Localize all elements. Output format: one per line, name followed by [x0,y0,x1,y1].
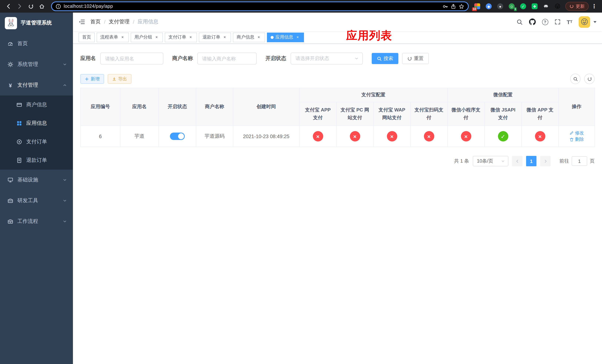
close-icon[interactable]: × [222,35,227,40]
extension-blocker-icon[interactable]: 10 [473,2,481,10]
sidebar-item-system[interactable]: 系统管理 [0,54,73,75]
search-button[interactable]: 搜索 [372,53,398,64]
tab-pay-order[interactable]: 支付订单 × [165,32,197,42]
sidebar-item-label: 支付订单 [26,139,47,145]
app-grid-icon [16,120,22,126]
arrow-left-icon [6,3,11,9]
help-icon[interactable]: ? [542,19,548,25]
close-icon[interactable]: × [256,35,261,40]
home-icon [39,3,45,9]
browser-home-button[interactable] [37,1,47,11]
tab-merchant-info[interactable]: 商户信息 × [233,32,265,42]
avatar-caret-icon[interactable] [593,21,596,23]
sidebar-item-pay-order[interactable]: 支付订单 [0,133,73,151]
site-info-icon[interactable] [55,3,61,9]
wechat-jsapi-status-icon: ✓ [498,131,508,141]
browser-menu-icon[interactable]: ⋮ [590,3,598,10]
alipay-app-status-icon: × [313,131,323,141]
font-size-icon[interactable]: TT [567,19,572,25]
tab-app-info[interactable]: 应用信息 × [267,32,304,42]
extension-dark-icon[interactable]: ● [496,2,504,10]
extension-wechat-icon[interactable]: ❖ [531,2,539,10]
extension-blue-icon[interactable]: ◆ [485,2,493,10]
close-icon[interactable]: × [295,35,300,40]
alipay-wap-status-icon: × [387,131,397,141]
page-number-button[interactable]: 1 [526,156,537,166]
enabled-toggle[interactable] [170,133,185,140]
status-select[interactable]: 请选择开启状态 [291,53,363,64]
cell-app-name: 芋道 [120,126,159,147]
export-button[interactable]: 导出 [108,74,131,84]
sidebar-item-merchant-info[interactable]: 商户信息 [0,96,73,114]
extension-avatar-icon[interactable]: ☺ 1 [508,2,516,10]
fullscreen-icon[interactable] [554,19,560,25]
profile-avatar-icon[interactable]: 😜 [553,2,562,10]
sidebar-item-label: 商户信息 [26,101,47,108]
bookmark-star-icon[interactable] [459,3,464,9]
close-icon[interactable]: × [120,35,125,40]
goto-label: 前往 [559,158,569,164]
sidebar-item-app-info[interactable]: 应用信息 [0,114,73,133]
share-icon[interactable] [451,3,456,9]
browser-reload-button[interactable] [26,1,35,11]
close-icon[interactable]: × [188,35,193,40]
cell-alipay-app: × [299,126,336,147]
password-key-icon[interactable] [442,3,448,9]
extensions-puzzle-icon[interactable] [542,2,550,10]
sidebar-item-infra[interactable]: 基础设施 [0,170,73,190]
chevron-down-icon [63,178,67,182]
cell-alipay-qr: × [410,126,447,147]
extension-badge-small: 1 [514,7,517,11]
sidebar-item-workflow[interactable]: 工作流程 [0,211,73,232]
search-icon[interactable] [516,19,523,25]
tab-refund-order[interactable]: 退款订单 × [199,32,231,42]
alipay-pc-status-icon: × [350,131,360,141]
delete-link[interactable]: 删除 [570,136,584,143]
sidebar-logo[interactable]: 🐰 芋道管理系统 [0,13,73,33]
app-name-input[interactable] [100,53,163,64]
merchant-name-input[interactable] [197,53,257,64]
address-bar[interactable]: localhost:1024/pay/app [51,1,469,11]
tab-process-form[interactable]: 流程表单 × [97,32,129,42]
sidebar-item-label: 支付管理 [17,82,58,88]
browser-back-button[interactable] [4,1,13,11]
tags-view: 首页 流程表单 × 用户分组 × 支付订单 × 退款订单 × [73,31,602,44]
extension-green-check-icon[interactable]: ✓ [519,2,527,10]
user-avatar[interactable]: 😜 [579,16,590,28]
edit-link[interactable]: 修改 [570,130,584,136]
toggle-search-button[interactable] [570,74,580,84]
active-dot [271,36,274,39]
refresh-table-button[interactable] [584,74,595,84]
close-icon[interactable]: × [154,35,159,40]
chevron-down-icon [354,56,359,61]
browser-update-button[interactable]: 更新 [565,2,589,11]
chevron-up-icon [63,83,67,87]
collapse-sidebar-icon[interactable] [78,19,85,25]
tab-user-group[interactable]: 用户分组 × [131,32,163,42]
tab-home[interactable]: 首页 [78,32,95,42]
sidebar-item-home[interactable]: 首页 [0,33,73,54]
prev-page-button[interactable] [512,156,522,166]
sidebar-item-dev-tools[interactable]: 研发工具 [0,190,73,211]
goto-page-input[interactable] [572,156,587,166]
sidebar-item-refund-order[interactable]: 退款订单 [0,151,73,170]
cell-actions: 修改 删除 [559,126,595,147]
reset-button[interactable]: 重置 [402,53,429,64]
chevron-down-icon [63,219,67,224]
col-header-alipay-wap: 支付宝 WAP 网站支付 [373,102,410,126]
browser-forward-button[interactable] [15,1,24,11]
page-content: 应用名 商户名称 开启状态 请选择开启状态 [73,44,602,364]
cell-status [159,126,196,147]
github-icon[interactable] [529,19,536,25]
breadcrumb-home[interactable]: 首页 [90,19,101,25]
col-header-alipay-app: 支付宝 APP 支付 [299,102,336,126]
sidebar-item-payment[interactable]: ¥ 支付管理 [0,75,73,96]
next-page-button[interactable] [540,156,550,166]
page-size-select[interactable]: 10条/页 [473,156,508,166]
breadcrumb-payment[interactable]: 支付管理 [109,19,129,25]
add-button[interactable]: 新增 [80,74,104,84]
url-text[interactable]: localhost:1024/pay/app [64,4,440,9]
tab-label: 流程表单 [100,34,118,40]
search-icon [377,56,382,61]
monitor-icon [7,177,13,183]
